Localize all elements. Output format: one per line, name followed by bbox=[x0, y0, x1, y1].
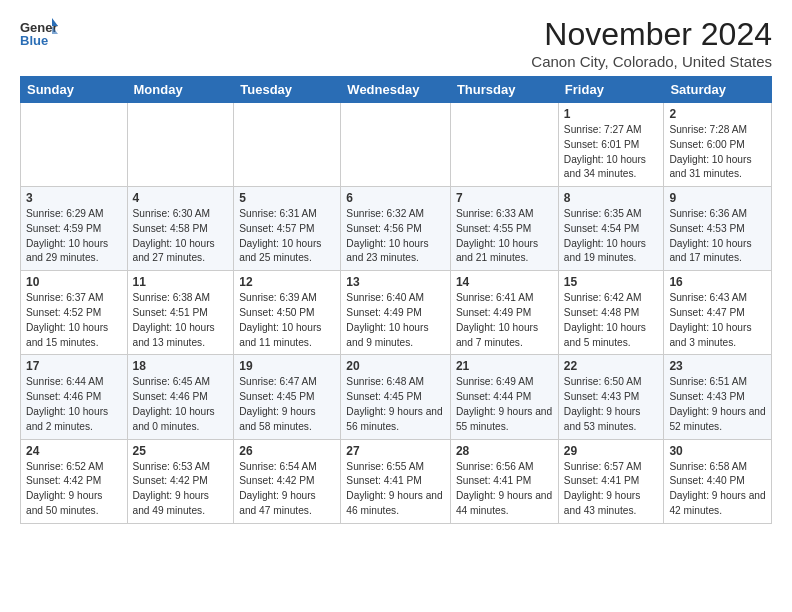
day-number: 20 bbox=[346, 359, 445, 373]
day-content: Sunrise: 6:58 AM Sunset: 4:40 PM Dayligh… bbox=[669, 460, 766, 519]
day-number: 29 bbox=[564, 444, 659, 458]
calendar-cell: 2Sunrise: 7:28 AM Sunset: 6:00 PM Daylig… bbox=[664, 103, 772, 187]
day-content: Sunrise: 6:37 AM Sunset: 4:52 PM Dayligh… bbox=[26, 291, 122, 350]
title-block: November 2024 Canon City, Colorado, Unit… bbox=[531, 16, 772, 70]
day-number: 2 bbox=[669, 107, 766, 121]
day-content: Sunrise: 6:36 AM Sunset: 4:53 PM Dayligh… bbox=[669, 207, 766, 266]
day-number: 15 bbox=[564, 275, 659, 289]
calendar-cell: 19Sunrise: 6:47 AM Sunset: 4:45 PM Dayli… bbox=[234, 355, 341, 439]
calendar-cell: 21Sunrise: 6:49 AM Sunset: 4:44 PM Dayli… bbox=[450, 355, 558, 439]
calendar-header-row: SundayMondayTuesdayWednesdayThursdayFrid… bbox=[21, 77, 772, 103]
day-content: Sunrise: 6:30 AM Sunset: 4:58 PM Dayligh… bbox=[133, 207, 229, 266]
day-content: Sunrise: 6:39 AM Sunset: 4:50 PM Dayligh… bbox=[239, 291, 335, 350]
day-number: 9 bbox=[669, 191, 766, 205]
calendar-cell: 28Sunrise: 6:56 AM Sunset: 4:41 PM Dayli… bbox=[450, 439, 558, 523]
calendar-cell: 25Sunrise: 6:53 AM Sunset: 4:42 PM Dayli… bbox=[127, 439, 234, 523]
day-content: Sunrise: 6:48 AM Sunset: 4:45 PM Dayligh… bbox=[346, 375, 445, 434]
day-number: 10 bbox=[26, 275, 122, 289]
calendar-cell bbox=[450, 103, 558, 187]
svg-text:Blue: Blue bbox=[20, 33, 48, 48]
day-number: 21 bbox=[456, 359, 553, 373]
calendar-cell: 30Sunrise: 6:58 AM Sunset: 4:40 PM Dayli… bbox=[664, 439, 772, 523]
calendar-cell: 6Sunrise: 6:32 AM Sunset: 4:56 PM Daylig… bbox=[341, 187, 451, 271]
calendar-cell: 23Sunrise: 6:51 AM Sunset: 4:43 PM Dayli… bbox=[664, 355, 772, 439]
day-content: Sunrise: 6:55 AM Sunset: 4:41 PM Dayligh… bbox=[346, 460, 445, 519]
day-content: Sunrise: 6:35 AM Sunset: 4:54 PM Dayligh… bbox=[564, 207, 659, 266]
day-number: 28 bbox=[456, 444, 553, 458]
day-content: Sunrise: 6:40 AM Sunset: 4:49 PM Dayligh… bbox=[346, 291, 445, 350]
day-content: Sunrise: 6:45 AM Sunset: 4:46 PM Dayligh… bbox=[133, 375, 229, 434]
day-content: Sunrise: 6:50 AM Sunset: 4:43 PM Dayligh… bbox=[564, 375, 659, 434]
day-number: 17 bbox=[26, 359, 122, 373]
calendar-cell: 27Sunrise: 6:55 AM Sunset: 4:41 PM Dayli… bbox=[341, 439, 451, 523]
calendar-cell bbox=[21, 103, 128, 187]
day-number: 8 bbox=[564, 191, 659, 205]
day-number: 24 bbox=[26, 444, 122, 458]
calendar-week-row: 3Sunrise: 6:29 AM Sunset: 4:59 PM Daylig… bbox=[21, 187, 772, 271]
day-content: Sunrise: 6:42 AM Sunset: 4:48 PM Dayligh… bbox=[564, 291, 659, 350]
day-content: Sunrise: 6:41 AM Sunset: 4:49 PM Dayligh… bbox=[456, 291, 553, 350]
day-number: 1 bbox=[564, 107, 659, 121]
calendar-cell: 1Sunrise: 7:27 AM Sunset: 6:01 PM Daylig… bbox=[558, 103, 664, 187]
day-content: Sunrise: 6:31 AM Sunset: 4:57 PM Dayligh… bbox=[239, 207, 335, 266]
day-content: Sunrise: 6:52 AM Sunset: 4:42 PM Dayligh… bbox=[26, 460, 122, 519]
day-number: 23 bbox=[669, 359, 766, 373]
day-number: 25 bbox=[133, 444, 229, 458]
day-number: 27 bbox=[346, 444, 445, 458]
calendar-cell: 24Sunrise: 6:52 AM Sunset: 4:42 PM Dayli… bbox=[21, 439, 128, 523]
calendar-cell: 9Sunrise: 6:36 AM Sunset: 4:53 PM Daylig… bbox=[664, 187, 772, 271]
weekday-header: Saturday bbox=[664, 77, 772, 103]
weekday-header: Sunday bbox=[21, 77, 128, 103]
calendar-cell: 15Sunrise: 6:42 AM Sunset: 4:48 PM Dayli… bbox=[558, 271, 664, 355]
day-content: Sunrise: 6:54 AM Sunset: 4:42 PM Dayligh… bbox=[239, 460, 335, 519]
day-content: Sunrise: 6:32 AM Sunset: 4:56 PM Dayligh… bbox=[346, 207, 445, 266]
day-number: 13 bbox=[346, 275, 445, 289]
calendar-cell: 10Sunrise: 6:37 AM Sunset: 4:52 PM Dayli… bbox=[21, 271, 128, 355]
calendar-cell: 4Sunrise: 6:30 AM Sunset: 4:58 PM Daylig… bbox=[127, 187, 234, 271]
day-number: 4 bbox=[133, 191, 229, 205]
day-content: Sunrise: 6:49 AM Sunset: 4:44 PM Dayligh… bbox=[456, 375, 553, 434]
day-content: Sunrise: 6:57 AM Sunset: 4:41 PM Dayligh… bbox=[564, 460, 659, 519]
calendar-cell: 14Sunrise: 6:41 AM Sunset: 4:49 PM Dayli… bbox=[450, 271, 558, 355]
calendar-cell: 5Sunrise: 6:31 AM Sunset: 4:57 PM Daylig… bbox=[234, 187, 341, 271]
day-content: Sunrise: 6:47 AM Sunset: 4:45 PM Dayligh… bbox=[239, 375, 335, 434]
calendar-week-row: 24Sunrise: 6:52 AM Sunset: 4:42 PM Dayli… bbox=[21, 439, 772, 523]
page-header: General Blue November 2024 Canon City, C… bbox=[20, 16, 772, 70]
day-content: Sunrise: 6:33 AM Sunset: 4:55 PM Dayligh… bbox=[456, 207, 553, 266]
calendar-cell: 8Sunrise: 6:35 AM Sunset: 4:54 PM Daylig… bbox=[558, 187, 664, 271]
day-content: Sunrise: 6:38 AM Sunset: 4:51 PM Dayligh… bbox=[133, 291, 229, 350]
day-number: 6 bbox=[346, 191, 445, 205]
calendar-cell bbox=[234, 103, 341, 187]
calendar-week-row: 17Sunrise: 6:44 AM Sunset: 4:46 PM Dayli… bbox=[21, 355, 772, 439]
calendar-cell: 22Sunrise: 6:50 AM Sunset: 4:43 PM Dayli… bbox=[558, 355, 664, 439]
calendar-cell: 3Sunrise: 6:29 AM Sunset: 4:59 PM Daylig… bbox=[21, 187, 128, 271]
day-content: Sunrise: 7:27 AM Sunset: 6:01 PM Dayligh… bbox=[564, 123, 659, 182]
logo: General Blue bbox=[20, 16, 58, 48]
day-number: 14 bbox=[456, 275, 553, 289]
weekday-header: Wednesday bbox=[341, 77, 451, 103]
calendar-table: SundayMondayTuesdayWednesdayThursdayFrid… bbox=[20, 76, 772, 524]
day-number: 30 bbox=[669, 444, 766, 458]
calendar-cell: 20Sunrise: 6:48 AM Sunset: 4:45 PM Dayli… bbox=[341, 355, 451, 439]
day-content: Sunrise: 6:44 AM Sunset: 4:46 PM Dayligh… bbox=[26, 375, 122, 434]
month-title: November 2024 bbox=[531, 16, 772, 53]
calendar-cell: 11Sunrise: 6:38 AM Sunset: 4:51 PM Dayli… bbox=[127, 271, 234, 355]
day-number: 12 bbox=[239, 275, 335, 289]
day-number: 5 bbox=[239, 191, 335, 205]
calendar-cell: 7Sunrise: 6:33 AM Sunset: 4:55 PM Daylig… bbox=[450, 187, 558, 271]
day-number: 26 bbox=[239, 444, 335, 458]
weekday-header: Friday bbox=[558, 77, 664, 103]
day-content: Sunrise: 7:28 AM Sunset: 6:00 PM Dayligh… bbox=[669, 123, 766, 182]
calendar-cell: 12Sunrise: 6:39 AM Sunset: 4:50 PM Dayli… bbox=[234, 271, 341, 355]
calendar-cell: 29Sunrise: 6:57 AM Sunset: 4:41 PM Dayli… bbox=[558, 439, 664, 523]
calendar-cell: 13Sunrise: 6:40 AM Sunset: 4:49 PM Dayli… bbox=[341, 271, 451, 355]
day-number: 7 bbox=[456, 191, 553, 205]
day-number: 16 bbox=[669, 275, 766, 289]
day-content: Sunrise: 6:56 AM Sunset: 4:41 PM Dayligh… bbox=[456, 460, 553, 519]
weekday-header: Tuesday bbox=[234, 77, 341, 103]
day-number: 22 bbox=[564, 359, 659, 373]
calendar-cell: 16Sunrise: 6:43 AM Sunset: 4:47 PM Dayli… bbox=[664, 271, 772, 355]
day-content: Sunrise: 6:43 AM Sunset: 4:47 PM Dayligh… bbox=[669, 291, 766, 350]
day-content: Sunrise: 6:51 AM Sunset: 4:43 PM Dayligh… bbox=[669, 375, 766, 434]
calendar-cell: 26Sunrise: 6:54 AM Sunset: 4:42 PM Dayli… bbox=[234, 439, 341, 523]
